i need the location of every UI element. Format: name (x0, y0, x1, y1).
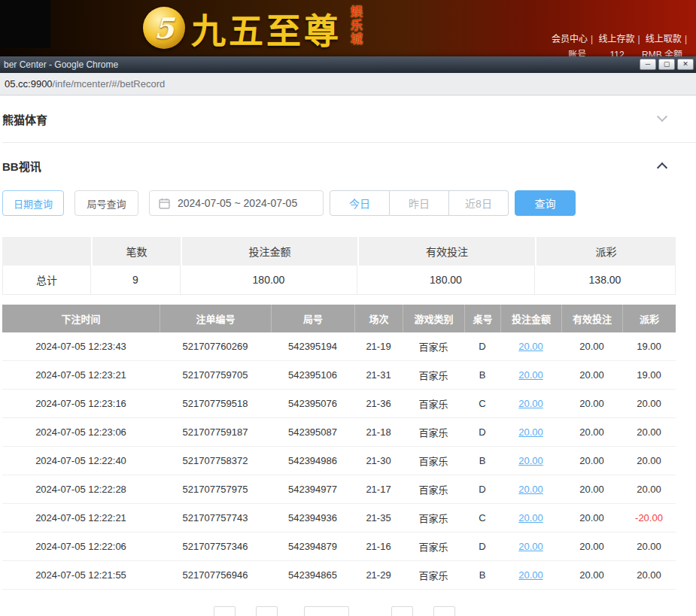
column-header: 下注时间 (2, 305, 160, 332)
chevron-down-icon[interactable] (657, 111, 667, 122)
table-row: 2024-07-05 12:21:55521707756946542394865… (2, 561, 676, 590)
table-cell: 20.00 (561, 533, 622, 560)
table-cell: 21-19 (354, 332, 403, 360)
table-cell: 20.00 (622, 418, 676, 446)
banner-corner-block (0, 0, 50, 48)
logo-title: 九五至尊 (191, 3, 342, 53)
table-cell: 21-18 (354, 418, 403, 446)
table-cell: 21-16 (354, 533, 403, 560)
table-row: 2024-07-05 12:22:21521707757743542394936… (2, 504, 676, 533)
bet-amount-link[interactable]: 20.00 (500, 504, 561, 532)
table-cell: 20.00 (622, 561, 676, 589)
table-cell: -20.00 (622, 504, 676, 532)
table-cell: C (464, 390, 500, 417)
filter-toolbar: 日期查询 局号查询 2024-07-05 ~ 2024-07-05 今日 昨日 … (2, 190, 696, 216)
summary-total-bet-amount: 180.00 (181, 266, 357, 295)
table-cell: 百家乐 (403, 504, 464, 532)
bet-amount-link[interactable]: 20.00 (500, 475, 561, 503)
table-cell: 542395106 (271, 361, 354, 389)
nav-member-center[interactable]: 会员中心 (552, 34, 588, 44)
table-cell: B (464, 561, 500, 589)
table-cell: 542394986 (271, 447, 354, 475)
site-banner: 5 九五至尊 娱乐城 会员中心| 线上存款| 线上取款| 账号 112 RMB … (0, 0, 696, 56)
table-cell: B (464, 361, 500, 389)
chevron-up-icon[interactable] (657, 162, 667, 173)
table-cell: 542395087 (271, 418, 354, 446)
pagination-item[interactable] (214, 606, 236, 616)
section-bb-video[interactable]: BB视讯 (2, 143, 696, 188)
table-cell: 521707760269 (160, 332, 271, 360)
banner-nav: 会员中心| 线上存款| 线上取款| (549, 32, 687, 44)
bet-amount-link[interactable]: 20.00 (500, 561, 561, 589)
table-cell: 2024-07-05 12:23:21 (2, 361, 160, 389)
column-header: 投注金额 (500, 305, 561, 332)
pagination-page-size[interactable] (304, 606, 349, 616)
table-cell: B (464, 447, 500, 475)
minimize-button[interactable]: ─ (640, 59, 656, 70)
bet-amount-link[interactable]: 20.00 (500, 390, 561, 417)
table-cell: D (464, 332, 500, 360)
nav-online-deposit[interactable]: 线上存款 (598, 34, 634, 44)
summary-header-valid-bet: 有效投注 (357, 237, 535, 266)
bet-amount-link[interactable]: 20.00 (500, 418, 561, 446)
bet-amount-link[interactable]: 20.00 (500, 447, 561, 475)
table-cell: 百家乐 (403, 447, 464, 475)
nav-separator: | (591, 34, 593, 44)
browser-titlebar[interactable]: ber Center - Google Chrome ─ ▢ ✕ (0, 56, 696, 73)
table-cell: 20.00 (622, 447, 676, 475)
table-cell: 19.00 (622, 332, 676, 360)
round-query-button[interactable]: 局号查询 (74, 190, 138, 216)
table-cell: 20.00 (561, 475, 622, 503)
section-title: 熊猫体育 (2, 111, 47, 127)
summary-total-row: 总计 9 180.00 180.00 138.00 (2, 266, 676, 295)
table-cell: 2024-07-05 12:22:06 (2, 533, 160, 560)
search-button[interactable]: 查询 (515, 190, 576, 216)
pagination-item[interactable] (433, 606, 455, 616)
table-cell: 百家乐 (403, 475, 464, 503)
logo-subtitle: 娱乐城 (346, 5, 364, 50)
last8days-button[interactable]: 近8日 (449, 190, 509, 216)
table-row: 2024-07-05 12:23:16521707759518542395076… (2, 390, 676, 418)
bet-amount-link[interactable]: 20.00 (500, 332, 561, 360)
bet-amount-link[interactable]: 20.00 (500, 361, 561, 389)
close-button[interactable]: ✕ (677, 59, 694, 70)
yesterday-button[interactable]: 昨日 (390, 190, 449, 216)
table-cell: 21-36 (354, 390, 403, 417)
table-cell: 20.00 (561, 504, 622, 532)
column-header: 游戏类别 (403, 305, 464, 332)
pagination-item[interactable] (256, 606, 278, 616)
pagination-item[interactable] (391, 606, 413, 616)
table-cell: 19.00 (622, 361, 676, 389)
table-cell: 20.00 (622, 390, 676, 417)
table-cell: 20.00 (561, 361, 622, 389)
date-range-picker[interactable]: 2024-07-05 ~ 2024-07-05 (149, 190, 324, 216)
logo-coin-icon: 5 (143, 7, 185, 49)
date-query-button[interactable]: 日期查询 (2, 190, 64, 216)
date-range-value: 2024-07-05 ~ 2024-07-05 (178, 197, 297, 209)
site-logo: 5 九五至尊 娱乐城 (143, 3, 364, 53)
column-header: 场次 (354, 305, 403, 332)
column-header: 桌号 (464, 305, 500, 332)
table-cell: 百家乐 (403, 332, 464, 360)
pagination (0, 606, 673, 616)
table-cell: 521707759187 (160, 418, 271, 446)
nav-online-withdraw[interactable]: 线上取款 (646, 34, 682, 44)
today-button[interactable]: 今日 (330, 190, 390, 216)
table-cell: 2024-07-05 12:23:06 (2, 418, 160, 446)
table-row: 2024-07-05 12:23:06521707759187542395087… (2, 418, 676, 447)
table-cell: 百家乐 (403, 561, 464, 589)
maximize-button[interactable]: ▢ (658, 59, 675, 70)
bet-amount-link[interactable]: 20.00 (500, 533, 561, 560)
column-header: 注单编号 (160, 305, 271, 332)
table-cell: 542394977 (271, 475, 354, 503)
table-cell: 2024-07-05 12:23:43 (2, 332, 160, 360)
table-cell: D (464, 475, 500, 503)
browser-urlbar[interactable]: 05.cc:9900/infe/mcenter/#/betRecord (0, 73, 696, 96)
table-cell: 542395194 (271, 332, 354, 360)
table-row: 2024-07-05 12:23:21521707759705542395106… (2, 361, 676, 390)
window-title: ber Center - Google Chrome (4, 59, 118, 70)
nav-separator: | (637, 34, 640, 44)
section-panda-sports[interactable]: 熊猫体育 (2, 96, 696, 143)
table-cell: 20.00 (561, 390, 622, 417)
table-cell: 百家乐 (403, 361, 464, 389)
